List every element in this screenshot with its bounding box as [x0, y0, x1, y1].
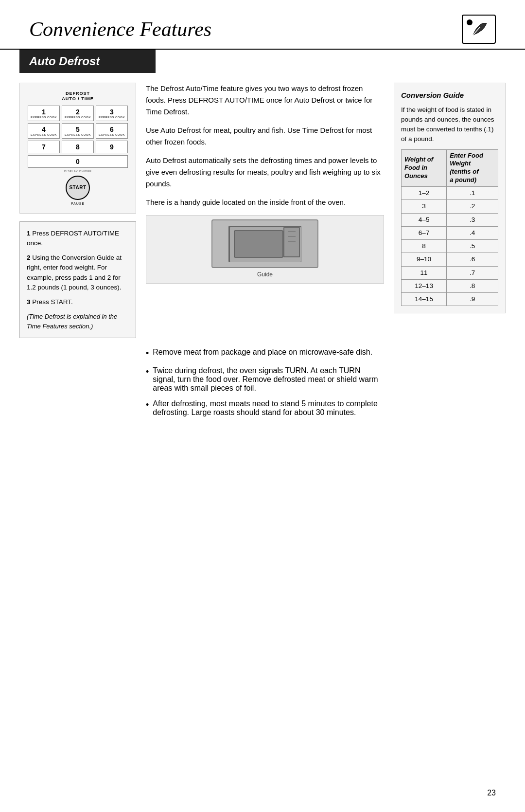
- keypad-grid: 1 EXPRESS COOK 2 EXPRESS COOK 3 EXPRESS …: [28, 106, 128, 153]
- bullets-section: • Remove meat from package and place on …: [146, 348, 384, 423]
- tenths-cell: .6: [447, 253, 498, 266]
- conversion-row-4: 8.5: [402, 240, 498, 253]
- col1-header: Weight ofFood inOunces: [402, 149, 447, 187]
- left-column: DEFROST AUTO / TIME 1 EXPRESS COOK 2 EXP…: [19, 83, 136, 338]
- step-1: 1 Press DEFROST AUTO/TIME once.: [27, 229, 129, 249]
- key-3[interactable]: 3 EXPRESS COOK: [96, 106, 128, 121]
- defrost-label: DEFROST AUTO / TIME: [28, 91, 128, 102]
- conversion-table: Weight ofFood inOunces Enter FoodWeight(…: [401, 149, 498, 307]
- key-2[interactable]: 2 EXPRESS COOK: [62, 106, 94, 121]
- tenths-cell: .7: [447, 266, 498, 279]
- tenths-cell: .9: [447, 293, 498, 306]
- middle-column: The Defrost Auto/Time feature gives you …: [146, 83, 384, 284]
- ounces-cell: 3: [402, 200, 447, 213]
- ounces-cell: 14–15: [402, 293, 447, 306]
- bullets-spacer: [19, 348, 136, 423]
- conversion-row-1: 3.2: [402, 200, 498, 213]
- steps-box: 1 Press DEFROST AUTO/TIME once. 2 Using …: [19, 221, 136, 339]
- bullets-right-spacer: [394, 348, 506, 423]
- conversion-row-6: 11.7: [402, 266, 498, 279]
- page-title: Convenience Features: [29, 18, 211, 41]
- mid-para-1: The Defrost Auto/Time feature gives you …: [146, 83, 384, 118]
- conversion-row-2: 4–5.3: [402, 213, 498, 226]
- key-9[interactable]: 9: [96, 141, 128, 153]
- key-4[interactable]: 4 EXPRESS COOK: [28, 123, 60, 139]
- ounces-cell: 12–13: [402, 279, 447, 292]
- microwave-caption: Guide: [150, 270, 380, 279]
- conversion-row-3: 6–7.4: [402, 226, 498, 239]
- mid-para-2: Use Auto Defrost for meat, poultry and f…: [146, 125, 384, 148]
- bullets-area: • Remove meat from package and place on …: [19, 348, 506, 423]
- mid-para-4: There is a handy guide located on the in…: [146, 197, 384, 208]
- section-title: Auto Defrost: [19, 50, 156, 73]
- conversion-row-8: 14–15.9: [402, 293, 498, 306]
- keypad-panel: DEFROST AUTO / TIME 1 EXPRESS COOK 2 EXP…: [19, 83, 136, 214]
- conversion-box: Conversion Guide If the weight of food i…: [394, 83, 506, 313]
- ounces-cell: 8: [402, 240, 447, 253]
- tenths-cell: .4: [447, 226, 498, 239]
- mid-para-3: Auto Defrost automatically sets the defr…: [146, 155, 384, 190]
- bullet-3: • After defrosting, most meats need to s…: [146, 399, 384, 417]
- microwave-door: [228, 226, 301, 262]
- conversion-row-7: 12–13.8: [402, 279, 498, 292]
- conversion-row-5: 9–10.6: [402, 253, 498, 266]
- key-6[interactable]: 6 EXPRESS COOK: [96, 123, 128, 139]
- key-7[interactable]: 7: [28, 141, 60, 153]
- tenths-cell: .5: [447, 240, 498, 253]
- conversion-description: If the weight of food is stated in pound…: [401, 105, 498, 144]
- svg-rect-3: [284, 228, 299, 257]
- ounces-cell: 1–2: [402, 187, 447, 200]
- bullet-2: • Twice during defrost, the oven signals…: [146, 366, 384, 393]
- key-1[interactable]: 1 EXPRESS COOK: [28, 106, 60, 121]
- page-number: 23: [487, 789, 496, 797]
- ounces-cell: 4–5: [402, 213, 447, 226]
- tenths-cell: .8: [447, 279, 498, 292]
- microwave-door-svg: [229, 227, 301, 262]
- start-button[interactable]: START: [66, 176, 90, 200]
- conversion-row-0: 1–2.1: [402, 187, 498, 200]
- display-on-off-label: DISPLAY ON/OFF: [28, 170, 128, 173]
- page-header: Convenience Features: [0, 0, 525, 50]
- key-8[interactable]: 8: [62, 141, 94, 153]
- ounces-cell: 9–10: [402, 253, 447, 266]
- three-col-layout: DEFROST AUTO / TIME 1 EXPRESS COOK 2 EXP…: [19, 83, 506, 338]
- ounces-cell: 11: [402, 266, 447, 279]
- steps-note: (Time Defrost is explained in the Time F…: [27, 312, 129, 331]
- svg-rect-2: [234, 231, 283, 257]
- bullet-1: • Remove meat from package and place on …: [146, 348, 384, 359]
- microwave-drawing: [211, 219, 318, 268]
- ounces-cell: 6–7: [402, 226, 447, 239]
- step-2: 2 Using the Conversion Guide at right, e…: [27, 253, 129, 292]
- main-content: Auto Defrost DEFROST AUTO / TIME 1 EXPRE…: [0, 50, 525, 443]
- right-column: Conversion Guide If the weight of food i…: [394, 83, 506, 313]
- pause-label: PAUSE: [28, 202, 128, 205]
- tenths-cell: .1: [447, 187, 498, 200]
- step-3: 3 Press START.: [27, 297, 129, 307]
- tenths-cell: .3: [447, 213, 498, 226]
- key-5[interactable]: 5 EXPRESS COOK: [62, 123, 94, 139]
- header-icon-dot: [467, 19, 472, 25]
- col2-header: Enter FoodWeight(tenths ofa pound): [447, 149, 498, 187]
- key-0[interactable]: 0: [28, 155, 128, 168]
- conversion-title: Conversion Guide: [401, 90, 498, 101]
- microwave-image: Guide: [146, 215, 384, 284]
- tenths-cell: .2: [447, 200, 498, 213]
- header-icon: [462, 15, 496, 44]
